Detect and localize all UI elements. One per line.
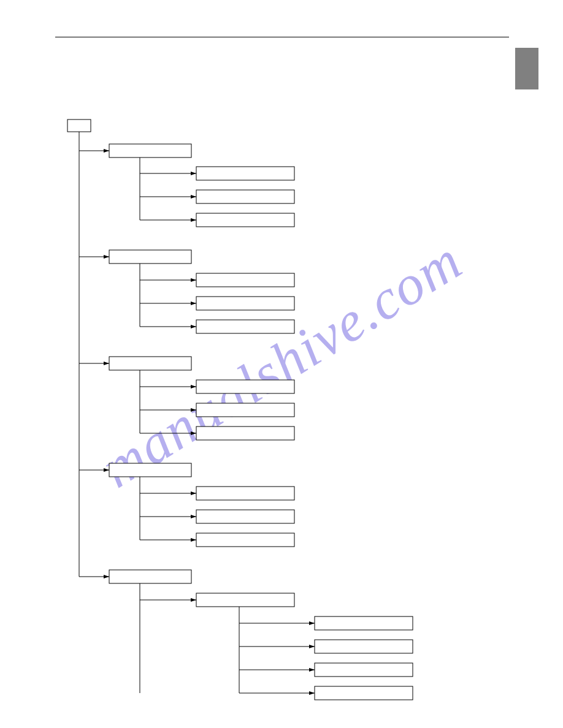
leaf-box-0-2 — [196, 213, 294, 227]
subleaf-box-4-2 — [315, 663, 413, 677]
page: manualshive.com — [0, 0, 563, 728]
branch-box-1 — [109, 250, 191, 264]
root-box — [67, 119, 91, 132]
subleaf-box-4-3 — [315, 686, 413, 700]
leaf-box-0-1 — [196, 190, 294, 203]
leaf-box-1-2 — [196, 320, 294, 333]
leaf-box-2-1 — [196, 403, 294, 417]
leaf-box-2-0 — [196, 380, 294, 393]
leaf-box-0-0 — [196, 167, 294, 180]
branch-box-0 — [109, 144, 191, 157]
leaf-box-3-2 — [196, 533, 294, 547]
leaf-box-3-1 — [196, 510, 294, 523]
branch-box-4 — [109, 570, 191, 583]
tree-diagram — [0, 0, 563, 728]
leaf-box-1-1 — [196, 297, 294, 310]
leaf-box-1-0 — [196, 273, 294, 287]
sub-box-4 — [196, 593, 294, 607]
branch-box-3 — [109, 463, 191, 477]
leaf-box-3-0 — [196, 487, 294, 500]
branch-box-2 — [109, 357, 191, 370]
leaf-box-2-2 — [196, 427, 294, 440]
subleaf-box-4-1 — [315, 640, 413, 653]
subleaf-box-4-0 — [315, 616, 413, 630]
